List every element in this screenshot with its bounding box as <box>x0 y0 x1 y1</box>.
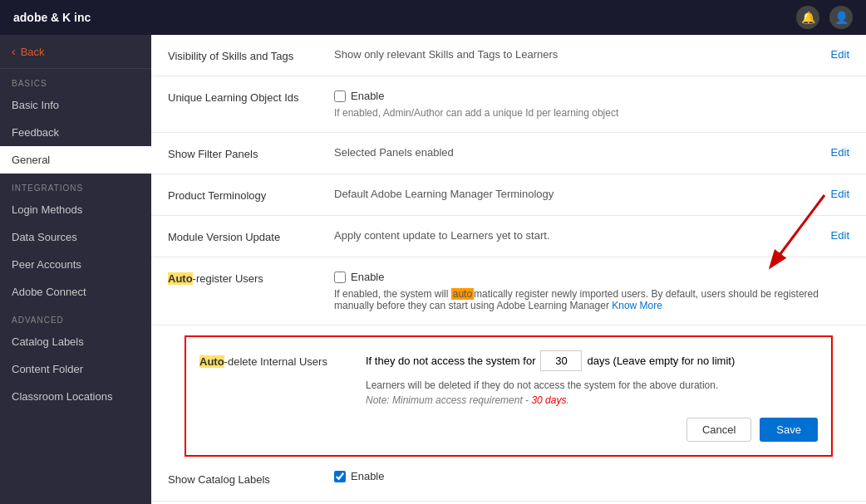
auto-delete-box: Auto-delete Internal Users If they do no… <box>185 335 833 457</box>
auto-register-enable-label: Enable <box>351 271 384 283</box>
sidebar-item-label: Basic Info <box>12 99 59 111</box>
show-catalog-label: Show Catalog Labels <box>168 472 334 486</box>
auto-delete-days-input[interactable] <box>540 350 582 371</box>
user-avatar[interactable]: 👤 <box>829 6 853 29</box>
show-catalog-checkbox[interactable] <box>334 471 346 482</box>
sidebar: ‹ Back BASICS Basic Info Feedback Genera… <box>0 35 151 504</box>
filter-panels-row: Show Filter Panels Selected Panels enabl… <box>151 133 866 174</box>
content-area: Visibility of Skills and Tags Show only … <box>151 35 866 504</box>
sidebar-item-label: Catalog Labels <box>12 335 84 348</box>
auto-register-content: Enable If enabled, the system will autom… <box>334 271 849 311</box>
auto-register-row: Auto-register Users Enable If enabled, t… <box>151 257 866 325</box>
save-button[interactable]: Save <box>760 418 818 442</box>
unique-ids-label: Unique Learning Object Ids <box>168 90 334 104</box>
show-catalog-enable-label: Enable <box>351 470 384 482</box>
product-terminology-row: Product Terminology Default Adobe Learni… <box>151 174 866 216</box>
sidebar-item-label: Data Sources <box>12 231 77 243</box>
sidebar-item-label: Login Methods <box>12 203 82 216</box>
sidebar-item-classroom-locations[interactable]: Classroom Locations <box>0 383 151 410</box>
unique-ids-content: Enable If enabled, Admin/Author can add … <box>334 90 849 119</box>
sidebar-item-label: Content Folder <box>12 363 83 375</box>
back-arrow-icon: ‹ <box>12 45 16 58</box>
integrations-section-label: INTEGRATIONS <box>0 174 151 196</box>
module-version-edit-button[interactable]: Edit <box>831 229 849 242</box>
filter-panels-content: Selected Panels enabled <box>334 146 823 159</box>
cancel-button[interactable]: Cancel <box>686 418 751 442</box>
auto-delete-note: Learners will be deleted if they do not … <box>366 379 818 391</box>
module-version-label: Module Version Update <box>168 229 334 243</box>
sidebar-item-basic-info[interactable]: Basic Info <box>0 91 151 119</box>
sidebar-item-adobe-connect[interactable]: Adobe Connect <box>0 278 151 306</box>
back-button[interactable]: ‹ Back <box>0 35 151 69</box>
auto-delete-buttons: Cancel Save <box>366 418 818 442</box>
auto-delete-note2: Note: Minimum access requirement - 30 da… <box>366 394 818 406</box>
bell-icon[interactable]: 🔔 <box>796 6 819 29</box>
visibility-label: Visibility of Skills and Tags <box>168 48 334 62</box>
product-terminology-edit-button[interactable]: Edit <box>831 188 849 200</box>
visibility-content: Show only relevant Skills and Tags to Le… <box>334 48 823 61</box>
auto-register-checkbox[interactable] <box>334 272 346 283</box>
module-version-content: Apply content update to Learners yet to … <box>334 229 823 242</box>
sidebar-item-data-sources[interactable]: Data Sources <box>0 223 151 251</box>
basics-section-label: BASICS <box>0 69 151 91</box>
filter-panels-edit-button[interactable]: Edit <box>831 146 849 159</box>
sidebar-item-content-folder[interactable]: Content Folder <box>0 355 151 383</box>
know-more-link[interactable]: Know More <box>612 300 662 311</box>
sidebar-item-peer-accounts[interactable]: Peer Accounts <box>0 251 151 278</box>
filter-panels-label: Show Filter Panels <box>168 146 334 160</box>
auto-delete-prefix-text: If they do not access the system for <box>366 355 535 367</box>
advanced-section-label: ADVANCED <box>0 306 151 328</box>
sidebar-item-label: Peer Accounts <box>12 258 81 271</box>
auto-delete-highlight: Auto <box>199 355 224 368</box>
sidebar-item-general[interactable]: General <box>0 146 151 174</box>
app-title: adobe & K inc <box>13 11 91 24</box>
auto-highlight-inline: auto <box>451 288 474 300</box>
auto-delete-suffix-text: days (Leave empty for no limit) <box>587 355 735 367</box>
auto-register-label: Auto-register Users <box>168 271 334 285</box>
sidebar-item-label: Adobe Connect <box>12 286 86 298</box>
auto-register-highlight: Auto <box>168 272 193 285</box>
back-label: Back <box>21 46 45 58</box>
sidebar-item-login-methods[interactable]: Login Methods <box>0 196 151 223</box>
show-catalog-content: Enable <box>334 470 849 487</box>
auto-delete-label: Auto-delete Internal Users <box>199 350 366 368</box>
min-access-link[interactable]: 30 days <box>531 394 566 406</box>
sidebar-item-catalog-labels[interactable]: Catalog Labels <box>0 328 151 355</box>
unique-ids-row: Unique Learning Object Ids Enable If ena… <box>151 76 866 133</box>
auto-delete-input-row: If they do not access the system for day… <box>366 350 818 371</box>
top-bar: adobe & K inc 🔔 👤 <box>0 0 866 35</box>
sidebar-item-label: General <box>12 154 50 166</box>
product-terminology-content: Default Adobe Learning Manager Terminolo… <box>334 188 823 200</box>
sidebar-item-feedback[interactable]: Feedback <box>0 119 151 146</box>
product-terminology-label: Product Terminology <box>168 188 334 202</box>
sidebar-item-label: Classroom Locations <box>12 390 112 403</box>
unique-ids-enable-label: Enable <box>351 90 384 102</box>
top-bar-icons: 🔔 👤 <box>796 6 853 29</box>
show-catalog-row: Show Catalog Labels Enable <box>151 457 866 502</box>
auto-register-description: If enabled, the system will automaticall… <box>334 288 849 311</box>
visibility-edit-button[interactable]: Edit <box>831 48 849 61</box>
auto-delete-content: If they do not access the system for day… <box>366 350 818 442</box>
sidebar-item-label: Feedback <box>12 126 59 139</box>
auto-delete-wrapper: Auto-delete Internal Users If they do no… <box>151 325 866 457</box>
module-version-row: Module Version Update Apply content upda… <box>151 216 866 257</box>
visibility-row: Visibility of Skills and Tags Show only … <box>151 35 866 76</box>
unique-ids-checkbox[interactable] <box>334 91 346 102</box>
main-layout: ‹ Back BASICS Basic Info Feedback Genera… <box>0 35 866 504</box>
unique-ids-description: If enabled, Admin/Author can add a uniqu… <box>334 107 849 119</box>
auto-delete-row: Auto-delete Internal Users If they do no… <box>199 350 818 442</box>
